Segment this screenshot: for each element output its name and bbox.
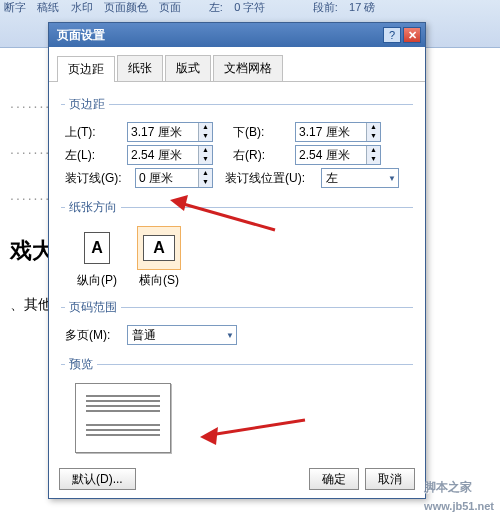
spin-up-icon[interactable]: ▲ [367,146,380,155]
spacing-value: 17 磅 [349,0,375,15]
page-setup-dialog: 页面设置 ? ✕ 页边距 纸张 版式 文档网格 页边距 上(T): ▲▼ 下(B… [48,22,426,499]
indent-value: 0 字符 [234,0,265,15]
margins-section: 页边距 上(T): ▲▼ 下(B): ▲▼ 左(L): ▲▼ 右(R): ▲▼ … [61,96,413,193]
preview-section: 预览 [61,356,413,459]
multipage-value: 普通 [132,327,226,344]
preview-page-icon [75,383,171,453]
top-label: 上(T): [65,124,127,141]
spin-down-icon[interactable]: ▼ [367,155,380,164]
bottom-label: 下(B): [233,124,295,141]
dialog-buttons: 默认(D)... 确定 取消 [49,464,425,498]
tab-strip: 页边距 纸张 版式 文档网格 [49,47,425,82]
orientation-portrait[interactable]: A 纵向(P) [75,226,119,289]
margins-legend: 页边距 [65,96,109,113]
ribbon-item[interactable]: 页面颜色 [104,0,148,15]
orientation-section: 纸张方向 A 纵向(P) A 横向(S) [61,199,413,293]
chevron-down-icon: ▼ [388,174,396,183]
right-label: 右(R): [233,147,295,164]
right-input[interactable] [296,146,366,164]
ok-button[interactable]: 确定 [309,468,359,490]
multipage-select[interactable]: 普通▼ [127,325,237,345]
spin-up-icon[interactable]: ▲ [199,146,212,155]
spin-up-icon[interactable]: ▲ [199,169,212,178]
gutter-input[interactable] [136,169,198,187]
tab-layout[interactable]: 版式 [165,55,211,81]
landscape-label: 横向(S) [139,273,179,287]
gutter-label: 装订线(G): [65,170,135,187]
preview-legend: 预览 [65,356,97,373]
close-button[interactable]: ✕ [403,27,421,43]
ribbon-item[interactable]: 稿纸 [37,0,59,15]
bottom-spinner[interactable]: ▲▼ [295,122,381,142]
chevron-down-icon: ▼ [226,331,234,340]
orientation-legend: 纸张方向 [65,199,121,216]
spin-down-icon[interactable]: ▼ [199,155,212,164]
left-label: 左(L): [65,147,127,164]
spin-down-icon[interactable]: ▼ [367,132,380,141]
portrait-icon: A [84,232,110,264]
portrait-label: 纵向(P) [77,273,117,287]
bottom-input[interactable] [296,123,366,141]
gutterpos-label: 装订线位置(U): [225,170,321,187]
indent-label: 左: [209,0,223,15]
pages-section: 页码范围 多页(M): 普通▼ [61,299,413,350]
dialog-title: 页面设置 [57,27,381,44]
dialog-body: 页边距 上(T): ▲▼ 下(B): ▲▼ 左(L): ▲▼ 右(R): ▲▼ … [49,82,425,464]
orientation-landscape[interactable]: A 横向(S) [137,226,181,289]
tab-margins[interactable]: 页边距 [57,56,115,82]
help-button[interactable]: ? [383,27,401,43]
top-spinner[interactable]: ▲▼ [127,122,213,142]
ribbon-item[interactable]: 断字 [4,0,26,15]
tab-paper[interactable]: 纸张 [117,55,163,81]
spin-up-icon[interactable]: ▲ [199,123,212,132]
spin-down-icon[interactable]: ▼ [199,132,212,141]
cancel-button[interactable]: 取消 [365,468,415,490]
landscape-icon: A [143,235,175,261]
ribbon-item[interactable]: 水印 [71,0,93,15]
titlebar[interactable]: 页面设置 ? ✕ [49,23,425,47]
spin-down-icon[interactable]: ▼ [199,178,212,187]
right-spinner[interactable]: ▲▼ [295,145,381,165]
gutterpos-value: 左 [326,170,388,187]
gutter-spinner[interactable]: ▲▼ [135,168,213,188]
top-input[interactable] [128,123,198,141]
tab-grid[interactable]: 文档网格 [213,55,283,81]
spacing-label: 段前: [313,0,338,15]
watermark: 脚本之家 www.jb51.net [424,477,494,514]
default-button[interactable]: 默认(D)... [59,468,136,490]
pages-legend: 页码范围 [65,299,121,316]
ribbon-item[interactable]: 页面 [159,0,181,15]
spin-up-icon[interactable]: ▲ [367,123,380,132]
left-input[interactable] [128,146,198,164]
left-spinner[interactable]: ▲▼ [127,145,213,165]
gutterpos-select[interactable]: 左▼ [321,168,399,188]
multipage-label: 多页(M): [65,327,127,344]
